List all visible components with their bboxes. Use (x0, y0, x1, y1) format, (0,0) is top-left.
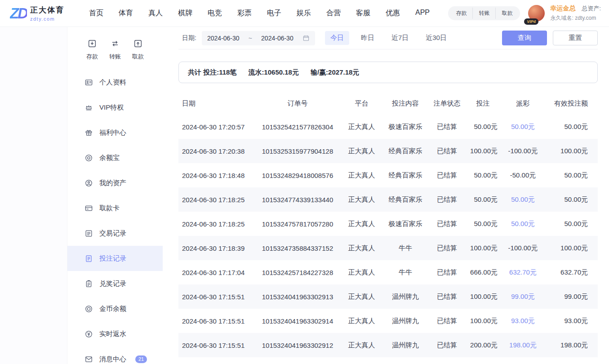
coin-icon (84, 305, 93, 313)
nav-item-首页[interactable]: 首页 (89, 9, 103, 18)
quick-action-取款[interactable]: 取款 (127, 39, 149, 61)
target-icon (84, 154, 93, 162)
sidebar-item-金币余额[interactable]: 金币余额 (67, 296, 163, 321)
search-button[interactable]: 查询 (502, 31, 547, 45)
summary-segment: 输/赢:2027.18元 (311, 68, 359, 77)
sidebar-item-个人资料[interactable]: 个人资料 (67, 70, 163, 95)
bank-card-icon (84, 204, 93, 213)
date-range-input[interactable]: 2024-06-30 ~ 2024-06-30 (202, 31, 315, 45)
sidebar-item-我的资产[interactable]: 我的资产 (67, 170, 163, 195)
brand-domain: zdty.com (30, 16, 64, 22)
avatar-wrap[interactable]: VIP4 (528, 5, 545, 22)
cell-payout: 50.00元 (500, 123, 546, 131)
nav-item-真人[interactable]: 真人 (148, 9, 163, 18)
quick-action-转账[interactable]: 转账 (104, 39, 126, 61)
calendar-icon (302, 35, 310, 42)
nav-item-彩票[interactable]: 彩票 (237, 9, 252, 18)
body-row: 存款转账取款 个人资料VIP特权福利中心余额宝我的资产取款卡交易记录投注记录兑奖… (0, 27, 609, 364)
rebate-icon (84, 330, 93, 338)
cell-bet-amount: 200.00元 (466, 341, 500, 350)
nav-item-棋牌[interactable]: 棋牌 (178, 9, 192, 18)
sidebar-item-label: 实时返水 (99, 330, 126, 338)
cell-date: 2024-06-30 17:15:51 (178, 293, 255, 301)
date-from-value[interactable]: 2024-06-30 (207, 35, 240, 42)
nav-item-合营[interactable]: 合营 (326, 9, 341, 18)
redeem-icon (84, 280, 93, 288)
bet-record-icon (84, 254, 93, 263)
cell-order-no: 1015324041963302912 (255, 342, 340, 349)
cell-bet-content: 极速百家乐 (383, 220, 428, 228)
sidebar-item-投注记录[interactable]: 投注记录 (67, 246, 163, 271)
wallet-action-取款[interactable]: 取款 (495, 8, 518, 19)
cell-date: 2024-06-30 17:20:57 (178, 123, 255, 131)
cell-bet-amount: 50.00元 (466, 195, 500, 204)
main-nav: 首页体育真人棋牌电竞彩票电子娱乐合营客服优惠APP (89, 9, 430, 18)
sidebar-item-取款卡[interactable]: 取款卡 (67, 195, 163, 221)
cell-order-no: 1015324041963302914 (255, 317, 340, 325)
nav-item-体育[interactable]: 体育 (119, 9, 133, 18)
sidebar-item-VIP特权[interactable]: VIP特权 (67, 95, 163, 120)
sidebar-item-余额宝[interactable]: 余额宝 (67, 145, 163, 170)
calendar-icon[interactable] (302, 35, 310, 42)
sidebar-item-label: 福利中心 (99, 129, 126, 137)
nav-item-APP[interactable]: APP (415, 9, 430, 18)
cell-order-no: 1015324735884337152 (255, 244, 340, 252)
cell-bet-content: 温州牌九 (383, 293, 428, 301)
table-row: 2024-06-30 17:20:381015325315977904128正大… (178, 139, 598, 163)
quick-action-存款[interactable]: 存款 (81, 39, 103, 61)
vip-badge: VIP4 (524, 18, 538, 25)
cell-order-no: 1015325421577826304 (255, 123, 340, 131)
brand-logo[interactable]: ZD 正大体育 zdty.com (10, 5, 64, 22)
range-button-近7日[interactable]: 近7日 (386, 31, 414, 45)
cell-date: 2024-06-30 17:18:25 (178, 196, 255, 204)
column-header-有效投注额: 有效投注额 (546, 99, 598, 108)
cell-payout: 632.70元 (500, 268, 546, 277)
nav-item-客服[interactable]: 客服 (356, 9, 370, 18)
sidebar-item-label: 余额宝 (99, 154, 120, 162)
range-button-近30日[interactable]: 近30日 (420, 31, 452, 45)
wallet-action-转账[interactable]: 转账 (472, 8, 495, 19)
cell-status: 已结算 (428, 195, 466, 204)
cell-date: 2024-06-30 17:18:48 (178, 172, 255, 179)
withdraw-icon (133, 39, 143, 49)
nav-item-优惠[interactable]: 优惠 (386, 9, 400, 18)
cell-valid-bet: 100.00元 (546, 244, 598, 253)
nav-item-电子[interactable]: 电子 (267, 9, 281, 18)
table-row: 2024-06-30 17:18:391015324735884337152正大… (178, 236, 598, 260)
cell-valid-bet: 93.00元 (546, 317, 598, 325)
sidebar-item-消息中心[interactable]: 消息中心21 (67, 346, 163, 364)
date-to-value[interactable]: 2024-06-30 (261, 35, 293, 42)
range-button-今日[interactable]: 今日 (325, 31, 349, 45)
cell-platform: 正大真人 (340, 220, 383, 228)
table-row: 2024-06-30 17:15:511015324041963302913正大… (178, 284, 598, 309)
deposit-icon (87, 39, 97, 49)
total-assets-label: 总资产: (582, 5, 601, 12)
cell-payout: 93.00元 (500, 317, 546, 325)
page: ZD 正大体育 zdty.com 首页体育真人棋牌电竞彩票电子娱乐合营客服优惠A… (0, 0, 609, 364)
cell-status: 已结算 (428, 220, 466, 228)
cell-valid-bet: 50.00元 (546, 220, 598, 228)
sidebar-item-兑奖记录[interactable]: 兑奖记录 (67, 271, 163, 296)
column-header-投注内容: 投注内容 (383, 99, 428, 108)
main-content: 日期: 2024-06-30 ~ 2024-06-30 今日昨日近7日近30日 … (163, 27, 609, 364)
cell-valid-bet: 50.00元 (546, 195, 598, 204)
sidebar-item-福利中心[interactable]: 福利中心 (67, 120, 163, 145)
nav-item-电竞[interactable]: 电竞 (208, 9, 222, 18)
reset-button[interactable]: 重置 (553, 31, 598, 45)
cell-order-no: 1015324829418008576 (255, 172, 340, 179)
cell-date: 2024-06-30 17:18:39 (178, 244, 255, 252)
table-row: 2024-06-30 17:18:251015324774339133440正大… (178, 187, 598, 212)
wallet-pill: 存款转账取款 (448, 6, 520, 20)
cell-bet-content: 经典百家乐 (383, 171, 428, 180)
table-row: 2024-06-30 17:15:511015324041963302912正大… (178, 333, 598, 357)
sidebar-item-实时返水[interactable]: 实时返水 (67, 321, 163, 346)
range-button-昨日[interactable]: 昨日 (356, 31, 380, 45)
summary-bar: 共计 投注:118笔流水:10650.18元输/赢:2027.18元 (178, 62, 598, 83)
cell-bet-content: 牛牛 (383, 268, 428, 277)
sidebar-item-交易记录[interactable]: 交易记录 (67, 221, 163, 246)
sidebar-item-label: 兑奖记录 (99, 280, 126, 288)
cell-valid-bet: 50.00元 (546, 171, 598, 180)
cell-bet-amount: 100.00元 (466, 317, 500, 325)
nav-item-娱乐[interactable]: 娱乐 (297, 9, 311, 18)
wallet-action-存款[interactable]: 存款 (450, 8, 472, 19)
